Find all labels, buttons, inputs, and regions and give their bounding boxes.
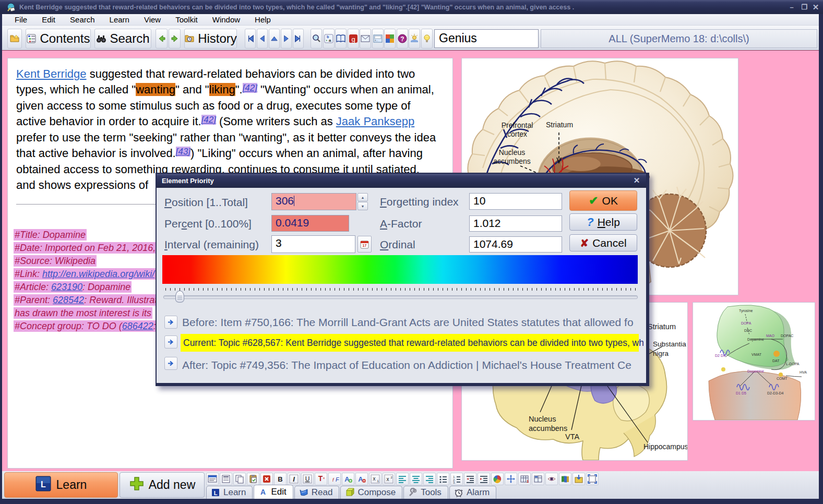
gallery-button[interactable] (384, 29, 396, 49)
dictionary-button[interactable] (335, 29, 347, 49)
align-left-button[interactable] (396, 473, 409, 485)
copy-button[interactable] (233, 473, 246, 485)
spinner-down-button[interactable]: ▼ (357, 202, 368, 210)
color-wheel-button[interactable] (491, 473, 504, 485)
font-grow-button[interactable]: A (342, 473, 354, 485)
help-button[interactable]: ? Help (569, 213, 637, 231)
indent-button[interactable] (478, 473, 490, 485)
goto-after-button[interactable] (164, 357, 177, 370)
superscript-button[interactable]: x2 (383, 473, 395, 485)
font-shrink-button[interactable]: A (355, 473, 368, 485)
dialog-title-bar[interactable]: Element Priority ✕ (157, 174, 646, 188)
svg-text:3.: 3. (453, 481, 456, 484)
paste-button[interactable] (247, 473, 259, 485)
underline-button[interactable]: U (301, 473, 314, 485)
learn-button[interactable]: L Learn (4, 472, 118, 498)
menu-view[interactable]: View (137, 14, 168, 25)
search-input[interactable]: Genius (434, 29, 539, 48)
ordinal-input[interactable]: 1074.69 (469, 236, 562, 253)
forward-button[interactable] (169, 29, 181, 49)
numbered-list-button[interactable]: 1.2.3. (450, 473, 463, 485)
search-button[interactable]: Search (94, 29, 151, 49)
eye-button[interactable] (545, 473, 558, 485)
bullet-list-button[interactable] (437, 473, 449, 485)
align-center-button[interactable] (410, 473, 422, 485)
close-button[interactable]: ✕ (810, 3, 821, 11)
font-color-button[interactable]: T (315, 473, 327, 485)
menu-file[interactable]: File (7, 14, 34, 25)
import-button[interactable] (572, 473, 585, 485)
advice-button[interactable] (409, 29, 420, 49)
synapse-label: Dopamine (747, 369, 764, 374)
calendar-button[interactable]: 17 (357, 236, 372, 253)
search-label: Search (110, 31, 149, 46)
menu-learn[interactable]: Learn (102, 14, 137, 25)
label-vta: VTA (565, 433, 579, 441)
bold-button[interactable]: B (274, 473, 287, 485)
contents-button[interactable]: Contents (26, 29, 91, 49)
ok-button[interactable]: ✔ OK (569, 190, 637, 211)
add-new-button[interactable]: Add new (120, 472, 205, 498)
element-priority-dialog: Element Priority ✕ Position [1..Total] P… (156, 173, 649, 386)
synapse-label: DOPAC (781, 334, 793, 338)
tab-read[interactable]: Read (294, 486, 340, 499)
position-input[interactable]: 306 (271, 193, 356, 210)
google-button[interactable]: g (348, 29, 359, 49)
italic-button[interactable]: I (288, 473, 300, 485)
fit-window-button[interactable] (586, 473, 599, 485)
tab-learn[interactable]: LLearn (206, 486, 253, 499)
subscript-button[interactable]: x1 (369, 473, 381, 485)
interval-input[interactable]: 3 (271, 235, 355, 253)
ordinal-label: Ordinal (380, 238, 415, 251)
magnifier-button[interactable] (311, 29, 322, 49)
tip-button[interactable] (421, 29, 433, 49)
synapse-panel[interactable]: TyrosineDOPADDCDopamineMAODOPACVMATD2 D4… (693, 302, 815, 421)
delete-button[interactable] (260, 473, 273, 485)
menu-help[interactable]: Help (247, 14, 278, 25)
a-factor-input[interactable]: 1.012 (469, 215, 562, 232)
nav-first-button[interactable] (245, 29, 256, 49)
maximize-button[interactable]: ❐ (798, 3, 810, 11)
goto-current-button[interactable] (164, 335, 177, 349)
registry-button[interactable] (559, 473, 571, 485)
help-button[interactable]: ? (397, 29, 408, 49)
template-button[interactable]: x... (372, 29, 384, 49)
percent-input[interactable]: 0.0419 (271, 215, 349, 232)
tab-edit[interactable]: AEdit (254, 485, 293, 499)
article-metadata: #Title: Dopamine#Date: Imported on Feb 2… (14, 229, 158, 333)
font-size-button[interactable]: fF (328, 473, 341, 485)
nav-prev-button[interactable] (257, 29, 268, 49)
priority-slider-handle[interactable] (175, 291, 184, 303)
minimize-button[interactable]: – (786, 3, 797, 11)
nav-last-button[interactable] (293, 29, 304, 49)
open-collection-button[interactable] (7, 29, 22, 49)
table-properties-button[interactable] (532, 473, 544, 485)
item-properties-button[interactable] (220, 473, 232, 485)
goto-before-button[interactable] (164, 316, 177, 329)
main-toolbar: Contents Search History bagx...? Genius … (2, 26, 819, 51)
nav-next-button[interactable] (281, 29, 292, 49)
menu-window[interactable]: Window (205, 14, 247, 25)
nav-up-button[interactable] (269, 29, 280, 49)
menu-edit[interactable]: Edit (34, 14, 63, 25)
svg-text:g: g (351, 35, 355, 43)
priority-slider-track[interactable] (163, 295, 638, 299)
tab-compose[interactable]: Compose (340, 486, 402, 499)
outdent-button[interactable] (464, 473, 476, 485)
translate-button[interactable]: ba (323, 29, 335, 49)
email-button[interactable] (360, 29, 371, 49)
move-button[interactable] (505, 473, 517, 485)
forgetting-index-input[interactable]: 10 (469, 193, 562, 210)
dialog-close-button[interactable]: ✕ (631, 176, 642, 185)
menu-search[interactable]: Search (63, 14, 102, 25)
tab-alarm[interactable]: Alarm (449, 486, 496, 499)
menu-toolkit[interactable]: Toolkit (168, 14, 205, 25)
back-button[interactable] (156, 29, 168, 49)
cancel-button[interactable]: ✘ Cancel (569, 234, 637, 251)
tab-tools[interactable]: Tools (403, 486, 448, 499)
align-right-button[interactable] (423, 473, 436, 485)
insert-item-button[interactable] (206, 473, 219, 485)
insert-table-button[interactable]: 1 (518, 473, 531, 485)
spinner-up-button[interactable]: ▲ (357, 193, 368, 201)
history-button[interactable]: History (184, 29, 237, 49)
